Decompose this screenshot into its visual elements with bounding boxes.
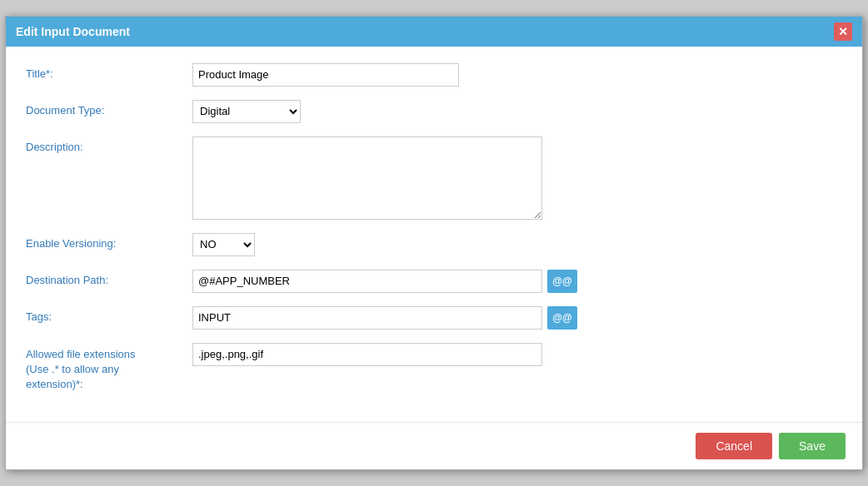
cancel-button[interactable]: Cancel xyxy=(696,433,772,459)
doctype-row: Document Type: Digital Physical Other xyxy=(26,100,842,123)
tags-at-button[interactable]: @@ xyxy=(547,306,577,330)
versioning-label: Enable Versioning: xyxy=(26,233,192,250)
doctype-label: Document Type: xyxy=(26,100,192,117)
dialog-footer: Cancel Save xyxy=(6,422,862,469)
dialog-body: Title*: Document Type: Digital Physical … xyxy=(6,47,862,423)
description-control-wrap xyxy=(192,136,842,220)
dialog-header: Edit Input Document ✕ xyxy=(6,17,862,47)
destination-at-button[interactable]: @@ xyxy=(547,270,577,293)
tags-input[interactable] xyxy=(192,306,542,330)
description-label: Description: xyxy=(26,136,192,153)
versioning-row: Enable Versioning: NO YES xyxy=(26,233,842,256)
extensions-control-wrap xyxy=(192,343,842,366)
versioning-select[interactable]: NO YES xyxy=(192,233,255,256)
extensions-row: Allowed file extensions(Use .* to allow … xyxy=(26,343,842,393)
title-control-wrap xyxy=(192,63,842,87)
tags-row: Tags: @@ xyxy=(26,306,842,330)
close-button[interactable]: ✕ xyxy=(834,22,852,41)
versioning-control-wrap: NO YES xyxy=(192,233,842,256)
dialog-title: Edit Input Document xyxy=(16,25,130,38)
destination-input[interactable] xyxy=(192,270,542,293)
destination-row: Destination Path: @@ xyxy=(26,270,842,293)
doctype-control-wrap: Digital Physical Other xyxy=(192,100,842,123)
tags-control-wrap: @@ xyxy=(192,306,842,330)
title-label: Title*: xyxy=(26,63,192,80)
title-input[interactable] xyxy=(192,63,459,87)
destination-control-wrap: @@ xyxy=(192,270,842,293)
description-row: Description: xyxy=(26,136,842,220)
edit-input-document-dialog: Edit Input Document ✕ Title*: Document T… xyxy=(5,16,863,471)
destination-label: Destination Path: xyxy=(26,270,192,286)
save-button[interactable]: Save xyxy=(779,433,846,459)
doctype-select[interactable]: Digital Physical Other xyxy=(192,100,301,123)
tags-label: Tags: xyxy=(26,306,192,323)
description-textarea[interactable] xyxy=(192,136,542,220)
title-row: Title*: xyxy=(26,63,842,87)
extensions-input[interactable] xyxy=(192,343,542,366)
extensions-label: Allowed file extensions(Use .* to allow … xyxy=(26,343,192,393)
